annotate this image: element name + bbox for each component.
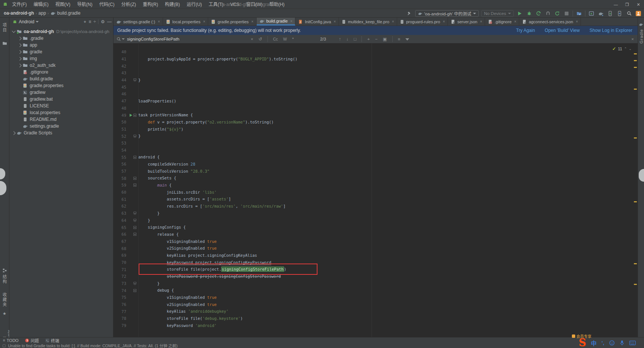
project-tree-item[interactable]: Gradle Scripts xyxy=(9,130,113,136)
regex-toggle[interactable]: * xyxy=(292,37,293,41)
code-line[interactable]: 55android { xyxy=(113,154,638,161)
remove-occurrence-icon[interactable]: − xyxy=(375,37,378,41)
fold-marker-icon[interactable] xyxy=(133,212,136,215)
menu-item[interactable]: 导航(N) xyxy=(74,0,96,9)
search-mode-chevron-icon[interactable] xyxy=(122,38,125,40)
line-number[interactable]: 41 xyxy=(113,57,126,61)
project-tree-item[interactable]: gradle.properties xyxy=(9,82,113,89)
project-tree-item[interactable]: settings.gradle xyxy=(9,123,113,130)
search-everywhere-icon[interactable] xyxy=(626,10,632,17)
code-line[interactable]: 63 } xyxy=(113,210,638,217)
line-number[interactable]: 64 xyxy=(113,218,126,223)
line-number[interactable]: 62 xyxy=(113,204,126,208)
project-tree-item[interactable]: .gitignore xyxy=(9,69,113,75)
structure-icon[interactable] xyxy=(3,268,7,273)
editor-tab[interactable]: settings.gradle (:)× xyxy=(113,18,163,26)
line-number[interactable]: 53 xyxy=(113,141,126,145)
code-line[interactable]: 62 res.srcDirs = ['src/main/res', 'src/m… xyxy=(113,203,638,210)
project-tree-item[interactable]: local.properties xyxy=(9,109,113,116)
previous-match-icon[interactable]: ↑ xyxy=(339,37,341,41)
close-button[interactable]: ✕ xyxy=(633,0,644,9)
select-all-matches-icon[interactable]: □ xyxy=(354,37,356,41)
line-number[interactable]: 43 xyxy=(113,71,126,75)
banner-action-link[interactable]: Show Log in Explorer xyxy=(590,28,632,33)
code-line[interactable]: 73 } xyxy=(113,280,638,287)
line-number[interactable]: 61 xyxy=(113,197,126,202)
line-number[interactable]: 75 xyxy=(113,295,126,300)
warning-stripe-mark[interactable] xyxy=(634,60,637,61)
line-number[interactable]: 50 xyxy=(113,120,126,124)
editor-tab[interactable]: agconnect-services.json× xyxy=(519,18,581,26)
code-line[interactable]: 67 v1SigningEnabled true xyxy=(113,238,638,245)
tree-chevron-icon[interactable] xyxy=(12,29,16,33)
stop-button[interactable] xyxy=(563,10,570,17)
code-line[interactable]: 75 v1SigningEnabled true xyxy=(113,294,638,301)
line-number[interactable]: 72 xyxy=(113,274,126,279)
close-tab-icon[interactable]: × xyxy=(158,20,160,24)
tool-window-button-project[interactable]: 项目 xyxy=(0,23,9,33)
code-line[interactable]: 68 v2SigningEnabled true xyxy=(113,245,638,252)
profile-avatar-icon[interactable] xyxy=(635,10,642,17)
code-line[interactable]: 41 project.buglyAppId = project.property… xyxy=(113,56,638,63)
project-tree-item[interactable]: img xyxy=(9,55,113,62)
device-select[interactable]: No Devices xyxy=(481,10,514,17)
code-line[interactable]: 77 keyAlias 'androiddebugkey' xyxy=(113,308,638,315)
tool-window-button-favorites[interactable]: 收藏夹 xyxy=(0,292,9,307)
next-problem-icon[interactable]: ⌄ xyxy=(629,47,632,51)
project-tree-item[interactable]: gradlew.bat xyxy=(9,96,113,102)
fold-marker-icon[interactable] xyxy=(133,226,136,229)
code-line[interactable]: 74 debug { xyxy=(113,287,638,294)
tool-window-button-gradle[interactable]: Gradle xyxy=(639,29,644,44)
code-line[interactable]: 59 main { xyxy=(113,182,638,189)
line-number[interactable]: 51 xyxy=(113,127,126,131)
line-number[interactable]: 68 xyxy=(113,246,126,251)
gradle-sync-icon[interactable] xyxy=(597,10,604,17)
project-tree-item[interactable]: oa-android-ghD:\project\lyx\oa-android-g… xyxy=(9,28,113,35)
line-number[interactable]: 46 xyxy=(113,92,126,96)
code-line[interactable]: 61 assets.srcDirs = ['assets'] xyxy=(113,196,638,203)
gear-icon[interactable]: ⚙ xyxy=(101,19,105,24)
select-occurrences-icon[interactable]: ▣ xyxy=(383,36,387,42)
fold-marker-icon[interactable] xyxy=(133,156,136,159)
warning-stripe-mark[interactable] xyxy=(634,263,637,264)
close-tab-icon[interactable]: × xyxy=(443,20,445,24)
code-line[interactable]: 76 v2SigningEnabled true xyxy=(113,301,638,308)
code-line[interactable]: 44} xyxy=(113,77,638,84)
code-line[interactable]: 48 xyxy=(113,105,638,112)
project-tree-item[interactable]: gradlew xyxy=(9,89,113,96)
sogou-logo-icon[interactable]: S xyxy=(579,338,586,348)
fold-marker-icon[interactable] xyxy=(133,114,136,117)
fold-marker-icon[interactable] xyxy=(133,78,136,81)
warning-stripe-mark[interactable] xyxy=(634,201,637,202)
search-filter-funnel-icon[interactable] xyxy=(405,38,409,41)
filter-results-icon[interactable]: ≡ xyxy=(398,37,401,41)
close-find-bar-icon[interactable]: × xyxy=(631,37,634,41)
close-tab-icon[interactable]: × xyxy=(480,20,482,24)
editor-tab[interactable]: gradle.properties× xyxy=(208,18,256,26)
line-number[interactable]: 77 xyxy=(113,309,126,314)
ime-language-toggle[interactable]: 中 xyxy=(591,339,597,347)
project-tree-item[interactable]: .gradle xyxy=(9,35,113,42)
line-number[interactable]: 42 xyxy=(113,64,126,68)
tree-chevron-icon[interactable] xyxy=(18,63,22,67)
close-tab-icon[interactable]: × xyxy=(290,19,293,23)
close-tab-icon[interactable]: × xyxy=(251,20,254,24)
line-number[interactable]: 49 xyxy=(113,113,126,118)
code-line[interactable]: 50 def v = project.property("o2.versionN… xyxy=(113,119,638,126)
code-line[interactable]: 65 signingConfigs { xyxy=(113,224,638,231)
ime-keyboard-icon[interactable] xyxy=(629,340,636,345)
build-hammer-icon[interactable] xyxy=(406,10,413,17)
line-number[interactable]: 40 xyxy=(113,50,126,54)
editor-tab[interactable]: .gitignore× xyxy=(485,18,519,26)
minimize-button[interactable]: — xyxy=(610,0,621,9)
project-tree-item[interactable]: o2_auth_sdk xyxy=(9,62,113,69)
code-line[interactable]: 79 keyPassword 'android' xyxy=(113,322,638,329)
collapse-all-icon[interactable]: ÷ xyxy=(94,19,96,24)
fold-marker-icon[interactable] xyxy=(133,282,136,285)
line-number[interactable]: 65 xyxy=(113,225,126,230)
project-tree-item[interactable]: README.md xyxy=(9,116,113,123)
breadcrumb-item[interactable]: app xyxy=(38,11,46,16)
line-number[interactable]: 57 xyxy=(113,169,126,173)
close-tab-icon[interactable]: × xyxy=(392,20,394,24)
menu-item[interactable]: 分析(Z) xyxy=(118,0,139,9)
